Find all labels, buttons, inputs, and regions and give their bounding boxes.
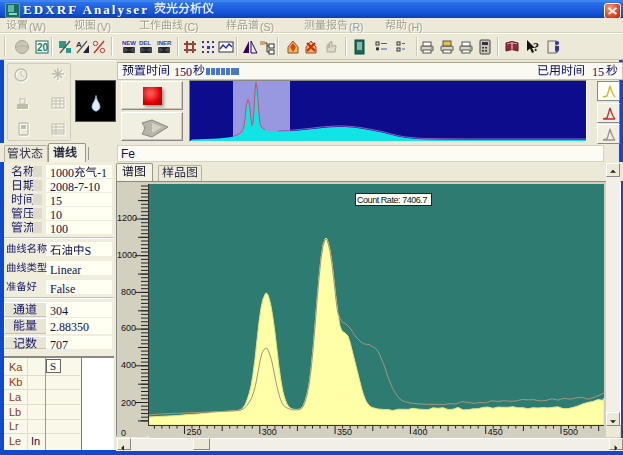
svg-text:INER: INER [157,40,172,46]
svg-text:?: ? [533,40,539,54]
svg-text:20: 20 [37,42,49,53]
svg-text:DEL: DEL [139,40,151,46]
svg-text:NEW: NEW [122,40,136,46]
